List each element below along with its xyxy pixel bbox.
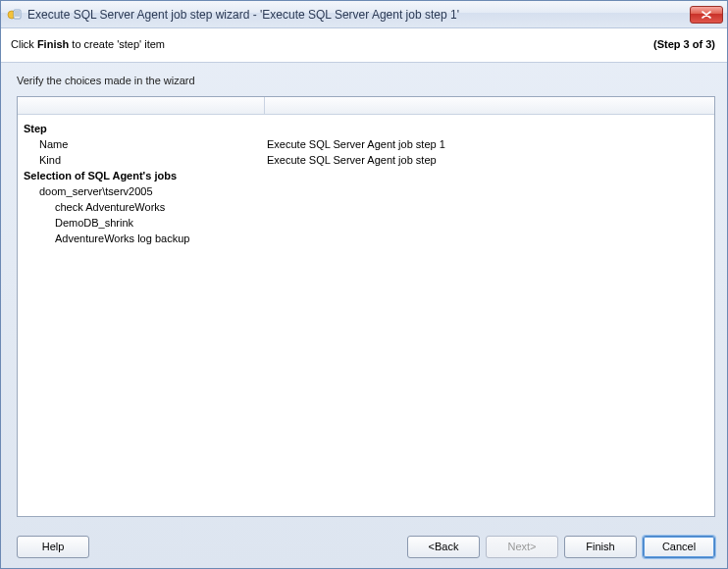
- label: Step: [22, 123, 265, 134]
- summary-job-row: check AdventureWorks: [22, 199, 710, 215]
- value: Execute SQL Server Agent job step: [265, 154, 710, 166]
- instruction-bold: Finish: [37, 38, 69, 50]
- grid-header: [18, 97, 714, 115]
- label: doom_server\tserv2005: [22, 185, 265, 197]
- app-icon: [7, 7, 23, 23]
- grid-header-col-right: [265, 97, 714, 114]
- back-button[interactable]: <Back: [407, 536, 480, 558]
- titlebar: Execute SQL Server Agent job step wizard…: [1, 1, 727, 28]
- summary-step-heading: Step: [22, 121, 710, 136]
- next-button: Next>: [486, 536, 558, 558]
- subheader-text: Verify the choices made in the wizard: [1, 63, 727, 92]
- header-strip: Click Finish to create 'step' item (Step…: [1, 28, 727, 63]
- label: check AdventureWorks: [22, 201, 265, 213]
- instruction-suffix: to create 'step' item: [69, 38, 165, 50]
- wizard-window: Execute SQL Server Agent job step wizard…: [0, 0, 728, 569]
- summary-job-row: DemoDB_shrink: [22, 215, 710, 231]
- instruction-prefix: Click: [11, 38, 37, 50]
- label: DemoDB_shrink: [22, 217, 265, 229]
- summary-job-row: AdventureWorks log backup: [22, 231, 710, 246]
- window-title: Execute SQL Server Agent job step wizard…: [27, 8, 690, 22]
- help-button[interactable]: Help: [17, 536, 89, 558]
- close-button[interactable]: [690, 6, 723, 24]
- cancel-button[interactable]: Cancel: [643, 536, 715, 558]
- label: Selection of SQL Agent's jobs: [22, 170, 265, 181]
- label: Kind: [22, 154, 265, 166]
- grid-body: Step Name Execute SQL Server Agent job s…: [18, 115, 714, 516]
- summary-kind-row: Kind Execute SQL Server Agent job step: [22, 152, 710, 168]
- value: Execute SQL Server Agent job step 1: [265, 138, 710, 150]
- instruction-text: Click Finish to create 'step' item: [11, 38, 165, 50]
- footer: Help <Back Next> Finish Cancel: [1, 525, 727, 568]
- finish-button[interactable]: Finish: [564, 536, 637, 558]
- summary-selection-heading: Selection of SQL Agent's jobs: [22, 168, 710, 183]
- summary-panel: Step Name Execute SQL Server Agent job s…: [17, 96, 715, 517]
- summary-server-row: doom_server\tserv2005: [22, 183, 710, 199]
- svg-rect-1: [14, 10, 21, 19]
- label: AdventureWorks log backup: [22, 233, 265, 244]
- summary-name-row: Name Execute SQL Server Agent job step 1: [22, 136, 710, 152]
- step-indicator: (Step 3 of 3): [653, 38, 715, 50]
- grid-header-col-left: [18, 97, 265, 114]
- label: Name: [22, 138, 265, 150]
